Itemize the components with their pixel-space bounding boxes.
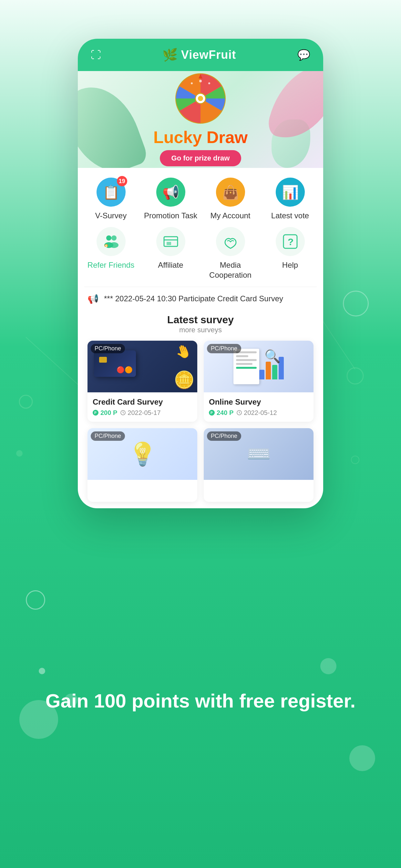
keyboard-survey-name	[209, 485, 308, 494]
menu-item-refer-friends[interactable]: $ Refer Friends	[84, 227, 137, 280]
idea-icon: 💡	[128, 441, 157, 467]
svg-point-8	[198, 96, 203, 101]
announcement-bar: 📢 *** 2022-05-24 10:30 Participate Credi…	[78, 287, 323, 311]
promotion-task-icon: 📢	[162, 184, 179, 200]
menu-item-v-survey[interactable]: 📋 19 V-Survey	[84, 178, 137, 221]
menu-item-my-account[interactable]: 👜 My Account	[204, 178, 257, 221]
survey-card-credit-card[interactable]: 🔴🟠 🪙 🤚 PC/Phone Credit Card Survey P 200…	[88, 341, 197, 422]
v-survey-label: V-Survey	[95, 211, 127, 221]
affiliate-icon	[163, 234, 179, 250]
help-icon-circle: ?	[276, 227, 305, 256]
keyboard-survey-info	[204, 480, 313, 502]
svg-line-33	[239, 413, 240, 413]
v-survey-icon: 📋	[103, 184, 120, 200]
menu-item-help[interactable]: ? Help	[264, 227, 317, 280]
menu-row-1: 📋 19 V-Survey 📢 Promotion Task 👜 My Acco…	[78, 168, 323, 224]
media-cooperation-icon-circle	[216, 227, 245, 256]
help-label: Help	[282, 260, 298, 270]
affiliate-icon-circle	[156, 227, 185, 256]
credit-card-badge: PC/Phone	[91, 344, 125, 353]
tagline-text: Gain 100 points with free register.	[26, 688, 375, 714]
credit-card-survey-image: 🔴🟠 🪙 🤚 PC/Phone	[88, 341, 197, 392]
banner-content: Lucky Draw Go for prize draw	[153, 73, 248, 166]
svg-point-12	[191, 82, 193, 84]
online-points: P 240 P	[209, 409, 234, 416]
online-survey-image: 🔍 PC/Phone	[204, 341, 313, 392]
promotion-task-label: Promotion Task	[144, 211, 197, 221]
latest-vote-icon: 📊	[282, 184, 299, 200]
affiliate-label: Affiliate	[158, 260, 183, 270]
credit-card-survey-info: Credit Card Survey P 200 P 2022-05-17	[88, 392, 197, 422]
v-survey-badge: 19	[117, 176, 127, 186]
latest-vote-icon-circle: 📊	[276, 178, 305, 207]
credit-card-survey-meta: P 200 P 2022-05-17	[93, 409, 192, 416]
section-title: Latest survey	[88, 314, 313, 326]
announcement-icon: 📢	[88, 293, 99, 304]
help-icon: ?	[282, 234, 298, 250]
expand-icon[interactable]: ⛶	[91, 49, 101, 61]
svg-point-5	[16, 450, 23, 457]
phone-container: ⛶ 🌿 ViewFruit 💬	[78, 39, 323, 508]
app-header: ⛶ 🌿 ViewFruit 💬	[78, 39, 323, 71]
credit-card-points: P 200 P	[93, 409, 117, 416]
menu-row-2: $ Refer Friends Affiliate	[78, 224, 323, 286]
online-badge: PC/Phone	[207, 344, 241, 353]
online-date: 2022-05-12	[237, 409, 277, 416]
my-account-icon: 👜	[222, 184, 239, 200]
media-cooperation-icon	[222, 234, 239, 250]
message-icon[interactable]: 💬	[297, 49, 310, 61]
logo-leaf-icon: 🌿	[162, 48, 178, 62]
my-account-icon-circle: 👜	[216, 178, 245, 207]
svg-point-2	[19, 395, 32, 408]
svg-point-13	[106, 236, 112, 241]
announcement-text: *** 2022-05-24 10:30 Participate Credit …	[104, 294, 283, 303]
refer-friends-icon: $	[103, 234, 119, 250]
keyboard-survey-image: ⌨️ PC/Phone	[204, 428, 313, 480]
latest-survey-section: Latest survey more surveys 🔴🟠 🪙 🤚	[78, 311, 323, 508]
svg-text:$: $	[105, 244, 107, 248]
online-survey-meta: P 240 P 2022-05-12	[209, 409, 308, 416]
svg-point-14	[112, 236, 117, 241]
idea-survey-image: 💡 PC/Phone	[88, 428, 197, 480]
app-title: ViewFruit	[181, 48, 236, 62]
svg-point-11	[208, 82, 210, 84]
lucky-draw-banner: Lucky Draw Go for prize draw	[78, 71, 323, 168]
survey-card-online[interactable]: 🔍 PC/Phone Online Survey P 240 P	[204, 341, 313, 422]
spin-wheel-icon	[175, 73, 226, 124]
menu-item-promotion-task[interactable]: 📢 Promotion Task	[144, 178, 197, 221]
prize-draw-button[interactable]: Go for prize draw	[160, 150, 242, 166]
survey-grid: 🔴🟠 🪙 🤚 PC/Phone Credit Card Survey P 200…	[88, 341, 313, 502]
menu-item-latest-vote[interactable]: 📊 Latest vote	[264, 178, 317, 221]
latest-vote-label: Latest vote	[271, 211, 309, 221]
v-survey-icon-circle: 📋 19	[96, 178, 126, 207]
credit-card-survey-name: Credit Card Survey	[93, 398, 192, 407]
media-cooperation-label: Media Cooperation	[204, 260, 257, 280]
lucky-draw-title: Lucky Draw	[153, 128, 248, 147]
svg-text:?: ?	[288, 237, 294, 247]
svg-point-16	[110, 242, 119, 248]
banner-leaf-left	[78, 75, 150, 168]
refer-friends-icon-circle: $	[96, 227, 126, 256]
idea-survey-name	[93, 485, 192, 494]
idea-badge: PC/Phone	[91, 431, 125, 441]
refer-friends-label: Refer Friends	[88, 260, 134, 270]
keyboard-badge: PC/Phone	[207, 431, 241, 441]
promotion-task-icon-circle: 📢	[156, 178, 185, 207]
my-account-label: My Account	[210, 211, 250, 221]
svg-line-28	[123, 413, 124, 413]
menu-item-affiliate[interactable]: Affiliate	[144, 227, 197, 280]
online-survey-name: Online Survey	[209, 398, 308, 407]
credit-card-date: 2022-05-17	[120, 409, 160, 416]
survey-card-keyboard[interactable]: ⌨️ PC/Phone	[204, 428, 313, 502]
svg-point-3	[347, 368, 363, 384]
svg-text:P: P	[94, 411, 96, 414]
more-surveys-link[interactable]: more surveys	[88, 326, 313, 334]
svg-point-4	[351, 456, 359, 464]
svg-point-10	[199, 80, 202, 82]
svg-rect-21	[166, 242, 171, 245]
survey-card-idea[interactable]: 💡 PC/Phone	[88, 428, 197, 502]
app-logo: 🌿 ViewFruit	[162, 48, 236, 62]
menu-item-media-cooperation[interactable]: Media Cooperation	[204, 227, 257, 280]
online-survey-info: Online Survey P 240 P 2022-05-12	[204, 392, 313, 422]
idea-survey-info	[88, 480, 197, 502]
